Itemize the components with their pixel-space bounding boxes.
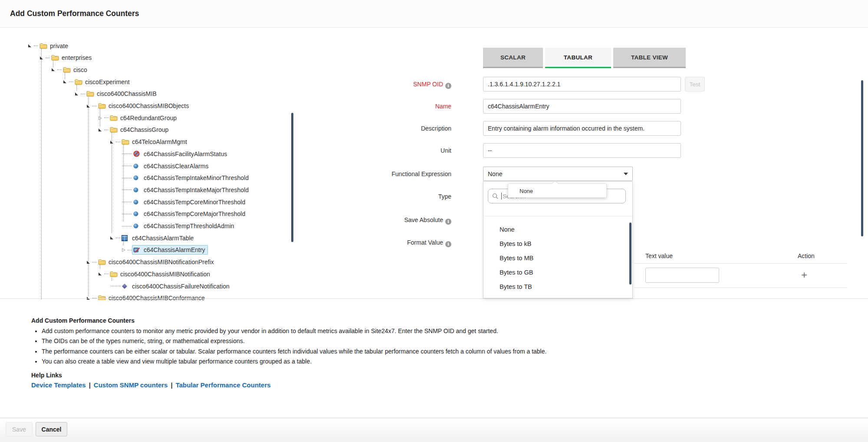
tree-node[interactable]: cisco6400ChassisMIBNotification	[99, 268, 213, 280]
save-button[interactable]: Save	[6, 422, 33, 436]
tree-node[interactable]: ▷c64RedundantGroup	[99, 112, 179, 124]
tree-node-label: c64ChassisFacilityAlarmStatus	[144, 151, 227, 157]
expander-expanded-icon[interactable]	[40, 56, 43, 59]
tree-connector	[81, 94, 85, 94]
expander-expanded-icon[interactable]	[99, 272, 102, 275]
tree-node[interactable]: cisco6400ChassisMIBConformance	[87, 292, 207, 300]
expander-expanded-icon[interactable]	[110, 141, 113, 144]
tree-node[interactable]: private	[28, 43, 71, 52]
tree-node-label: c64ChassisGroup	[120, 126, 168, 133]
tree-connector	[104, 274, 108, 274]
expander-expanded-icon[interactable]	[110, 236, 113, 239]
tab-tabular[interactable]: TABULAR	[545, 48, 611, 68]
tree-node[interactable]: c64ChassisTempCoreMajorThreshold	[122, 208, 248, 220]
tree-node-label: c64ChassisTempThresholdAdmin	[144, 223, 234, 229]
help-bullet-list: Add custom performance counters to monit…	[34, 326, 546, 367]
add-row-button[interactable]: +	[798, 268, 811, 282]
text-cursor	[501, 193, 502, 200]
functional-expression-value: None	[488, 170, 502, 177]
expander-expanded-icon[interactable]	[87, 261, 90, 264]
page-scrollbar[interactable]	[861, 80, 863, 236]
dropdown-option[interactable]: Bytes to GB	[483, 265, 628, 280]
help-link[interactable]: Device Templates	[31, 381, 86, 389]
tree-node[interactable]: c64ChassisTempCoreMinorThreshold	[122, 196, 248, 208]
functional-expression-select[interactable]: None	[483, 167, 633, 181]
tree-node[interactable]: c64ChassisGroup	[99, 124, 171, 136]
tree-connector	[69, 82, 73, 82]
tree-connector	[122, 166, 132, 166]
dropdown-option[interactable]: None	[483, 223, 628, 237]
tree-node[interactable]: c64ChassisTempThresholdAdmin	[122, 220, 237, 232]
dropdown-option[interactable]: Bytes to TB	[483, 280, 628, 294]
tree-node[interactable]: c64ChassisTempIntakeMinorThreshold	[122, 172, 251, 184]
cancel-button[interactable]: Cancel	[36, 422, 67, 436]
tree-connector	[116, 238, 120, 238]
tree-node[interactable]: ▷c64ChassisAlarmEntry	[122, 244, 208, 256]
tab-scalar[interactable]: SCALAR	[483, 48, 543, 68]
tree-node[interactable]: cisco6400ChassisMIB	[75, 88, 159, 100]
chevron-down-icon	[624, 173, 628, 175]
tree-node[interactable]: cisco6400ChassisMIBNotificationPrefix	[87, 256, 217, 268]
link-separator: |	[89, 381, 91, 389]
dropdown-scrollbar[interactable]	[629, 223, 631, 285]
tree-node[interactable]: ciscoExperiment	[63, 76, 132, 88]
dropdown-option[interactable]: Bytes to kB	[483, 237, 628, 251]
tab-table-view[interactable]: TABLE VIEW	[613, 48, 686, 68]
tree-node[interactable]: c64TelcoAlarmMgmt	[110, 136, 190, 148]
tree-node-label: c64ChassisTempCoreMajorThreshold	[144, 210, 245, 217]
tree-node[interactable]: c64ChassisFacilityAlarmStatus	[122, 148, 230, 160]
tree-node[interactable]: cisco	[52, 64, 90, 75]
snmp-oid-info-icon[interactable]	[445, 83, 451, 89]
section-divider	[0, 298, 868, 299]
tree-node[interactable]: c64ChassisAlarmTable	[110, 232, 196, 244]
folder-icon	[39, 43, 47, 49]
link-separator: |	[171, 381, 172, 389]
tree-node[interactable]: c64ChassisTempIntakeMajorThreshold	[122, 184, 251, 196]
text-value-input[interactable]	[645, 268, 719, 283]
scalar-oid-icon	[133, 175, 141, 181]
save-absolute-label: Save Absolute	[330, 216, 451, 224]
selected-tree-node-box: c64ChassisAlarmEntry	[132, 245, 208, 255]
expander-expanded-icon[interactable]	[87, 105, 90, 108]
tree-connector	[122, 214, 132, 214]
expander-expanded-icon[interactable]	[63, 80, 66, 83]
folder-icon	[98, 103, 106, 109]
table-entry-icon	[133, 247, 141, 253]
tree-connector	[92, 262, 97, 262]
test-button[interactable]: Test	[685, 77, 705, 92]
tree-node[interactable]: c64ChassisClearAlarms	[122, 160, 211, 172]
name-input[interactable]	[483, 99, 681, 114]
save-absolute-info-icon[interactable]	[445, 219, 451, 225]
expander-expanded-icon[interactable]	[52, 68, 55, 71]
format-table-divider	[635, 288, 847, 288]
tree-node[interactable]: enterprises	[40, 52, 94, 64]
tree-node[interactable]: cisco6400ChassisMIBObjects	[87, 100, 191, 112]
tree-node-label: c64TelcoAlarmMgmt	[132, 138, 187, 145]
tree-connector	[122, 154, 132, 154]
selected-value-tooltip: None	[508, 183, 607, 198]
tree-node-label: enterprises	[62, 54, 92, 61]
description-input[interactable]	[483, 121, 681, 136]
help-link[interactable]: Custom SNMP counters	[94, 381, 168, 389]
help-link[interactable]: Tabular Performance Counters	[176, 381, 271, 389]
expander-collapsed-icon[interactable]: ▷	[99, 116, 102, 120]
tree-connector	[122, 202, 132, 202]
dropdown-option[interactable]: Bytes to MB	[483, 251, 628, 265]
tree-node-label: cisco	[73, 66, 87, 73]
unit-input[interactable]	[483, 143, 681, 158]
tree-node-label: c64ChassisAlarmEntry	[144, 246, 205, 253]
scalar-oid-icon	[133, 199, 141, 205]
add-custom-performance-counters-page: Add Custom Performance Counters privatee…	[0, 0, 868, 442]
counter-type-tabs: SCALARTABULARTABLE VIEW	[483, 48, 688, 68]
expander-expanded-icon[interactable]	[75, 92, 78, 95]
snmp-oid-input[interactable]	[483, 77, 681, 92]
format-value-info-icon[interactable]	[445, 241, 451, 247]
page-title: Add Custom Performance Counters	[10, 0, 139, 27]
tree-node[interactable]: cisco6400ChassisFailureNotification	[110, 280, 232, 292]
expander-collapsed-icon[interactable]: ▷	[122, 248, 125, 252]
expander-expanded-icon[interactable]	[99, 128, 102, 131]
tree-scrollbar[interactable]	[291, 113, 293, 242]
tree-connector	[34, 46, 38, 46]
type-label: Type	[330, 192, 451, 201]
expander-expanded-icon[interactable]	[28, 44, 31, 47]
